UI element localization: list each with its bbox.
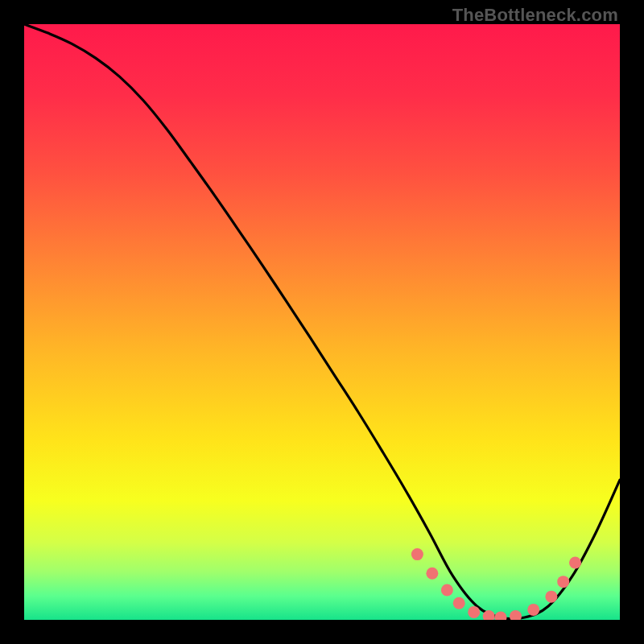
- curve-marker: [545, 591, 557, 603]
- chart-stage: TheBottleneck.com: [0, 0, 644, 644]
- curve-marker: [441, 584, 453, 597]
- curve-marker: [426, 568, 438, 580]
- gradient-rect: [24, 24, 620, 620]
- curve-marker: [468, 606, 480, 618]
- curve-marker: [411, 548, 423, 560]
- curve-marker: [557, 576, 569, 588]
- curve-marker: [569, 556, 581, 568]
- gradient-background: [24, 24, 620, 620]
- plot-area: [24, 24, 620, 620]
- curve-marker: [527, 604, 539, 616]
- curve-marker: [453, 597, 465, 609]
- watermark-label: TheBottleneck.com: [452, 5, 618, 26]
